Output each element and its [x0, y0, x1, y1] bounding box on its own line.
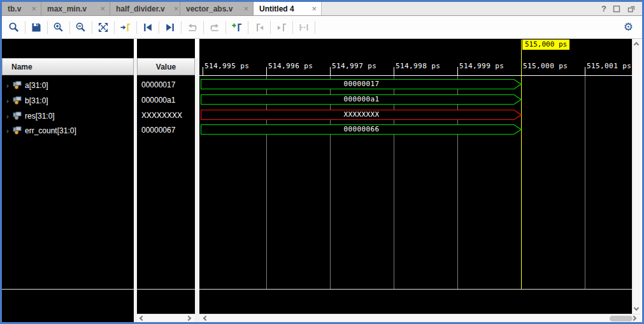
name-column-header[interactable]: Name: [2, 58, 134, 75]
gridline: [266, 76, 267, 289]
value-panel-hscrollbar[interactable]: [137, 314, 195, 322]
zoom-to-cursor-button[interactable]: [117, 19, 134, 36]
close-icon[interactable]: ×: [100, 4, 105, 13]
tab-untitled-4[interactable]: Untitled 4 ×: [254, 2, 322, 15]
toolbar-separator: [292, 21, 293, 34]
bus-signal-icon: [13, 126, 22, 135]
wave-horizontal-scrollbar[interactable]: [199, 314, 641, 322]
signal-name-label: err_count[31:0]: [25, 126, 76, 135]
axis-tick-label: 514,995 ps: [204, 62, 249, 70]
fit-selection-icon: [298, 22, 310, 33]
zoom-in-button[interactable]: [50, 19, 67, 36]
zoom-fit-icon: [97, 22, 109, 33]
axis-tick: [330, 67, 331, 75]
scroll-right-icon[interactable]: [186, 316, 191, 321]
zoom-in-icon: [53, 22, 64, 33]
zoom-fit-button[interactable]: [95, 19, 111, 36]
expand-chevron-icon[interactable]: ›: [6, 97, 13, 105]
close-icon[interactable]: ×: [311, 4, 317, 13]
value-column-header[interactable]: Value: [137, 58, 195, 75]
go-to-start-button[interactable]: [140, 19, 156, 36]
tab-half-divider-v[interactable]: half_divider.v ×: [110, 2, 180, 15]
toolbar-separator: [203, 21, 204, 34]
maximize-icon[interactable]: [612, 4, 621, 13]
signal-name-panel: Name › a[31:0] › b[31:0] › res[31:0] › e…: [2, 39, 134, 322]
axis-tick: [585, 67, 585, 75]
scrollbar-thumb[interactable]: [610, 316, 633, 321]
time-cursor-line[interactable]: [521, 40, 522, 289]
toolbar-separator: [159, 21, 159, 34]
tab-label: vector_abs.v: [186, 4, 233, 13]
wave-toolbar: ⚙: [2, 16, 642, 39]
search-icon: [8, 22, 20, 33]
save-wave-config-button[interactable]: [28, 19, 45, 36]
help-icon[interactable]: ?: [601, 4, 606, 13]
close-icon[interactable]: ×: [31, 4, 36, 13]
bus-value-label: 000000a1: [201, 95, 522, 103]
value-wave-splitter[interactable]: [195, 58, 199, 322]
toolbar-separator: [270, 21, 271, 34]
next-transition-icon: [209, 22, 220, 33]
axis-tick-label: 514,996 ps: [268, 62, 313, 70]
time-axis-ruler[interactable]: [199, 75, 632, 76]
settings-gear-icon[interactable]: ⚙: [624, 22, 633, 33]
previous-transition-button[interactable]: [184, 19, 201, 36]
bus-value-label: 00000017: [201, 80, 522, 88]
cursor-time-badge[interactable]: 515,000 ps: [522, 40, 569, 50]
bus-signal-icon: [13, 81, 22, 89]
next-transition-button[interactable]: [206, 19, 223, 36]
bus-signal-icon: [13, 96, 22, 105]
axis-tick: [266, 67, 267, 75]
expand-chevron-icon[interactable]: ›: [6, 127, 13, 135]
bus-value-label: 00000066: [201, 125, 522, 133]
tab-label: Untitled 4: [259, 4, 294, 13]
next-marker-button[interactable]: [273, 19, 290, 36]
scroll-down-icon[interactable]: [634, 306, 639, 311]
zoom-out-button[interactable]: [73, 19, 89, 36]
signal-row-res[interactable]: › res[31:0]: [2, 108, 134, 123]
value-header-label: Value: [138, 63, 194, 71]
add-marker-icon: [231, 22, 243, 33]
signal-name-label: a[31:0]: [25, 81, 48, 90]
signal-row-a[interactable]: › a[31:0]: [2, 78, 134, 92]
toolbar-separator: [114, 21, 115, 34]
axis-tick-label: 515,001 ps: [587, 62, 631, 70]
previous-marker-button[interactable]: [251, 19, 268, 36]
signal-value: 000000a1: [137, 93, 195, 108]
bus-value-label: XXXXXXXX: [201, 110, 522, 119]
scroll-up-icon[interactable]: [634, 42, 639, 47]
wave-vertical-scrollbar[interactable]: [632, 39, 641, 314]
toolbar-separator: [136, 21, 137, 34]
wave-viewer-window: tb.v × max_min.v × half_divider.v × vect…: [0, 0, 644, 324]
float-window-icon[interactable]: [627, 4, 636, 13]
fit-selection-button[interactable]: [296, 19, 312, 36]
close-icon[interactable]: ×: [174, 4, 179, 13]
axis-tick: [203, 67, 203, 75]
expand-chevron-icon[interactable]: ›: [6, 82, 13, 89]
toolbar-separator: [25, 21, 25, 34]
go-to-time-zero-icon: [142, 22, 154, 33]
tab-tb-v[interactable]: tb.v ×: [2, 2, 41, 15]
scroll-left-icon[interactable]: [140, 316, 145, 321]
tab-label: tb.v: [8, 4, 21, 13]
add-marker-button[interactable]: [229, 19, 245, 36]
waveform-canvas[interactable]: 514,995 ps 514,996 ps 514,997 ps 514,998…: [199, 39, 632, 322]
panel-bottom-rule: [199, 289, 632, 290]
tab-max-min-v[interactable]: max_min.v ×: [41, 2, 110, 15]
axis-tick-label: 514,997 ps: [332, 62, 376, 70]
toolbar-separator: [248, 21, 248, 34]
gridline: [457, 76, 458, 289]
find-button[interactable]: [6, 19, 22, 36]
go-to-end-button[interactable]: [162, 19, 178, 36]
scroll-left-icon[interactable]: [203, 316, 208, 321]
expand-chevron-icon[interactable]: ›: [6, 112, 13, 120]
tab-bar-spacer: [322, 2, 601, 15]
tab-vector-abs-v[interactable]: vector_abs.v ×: [180, 2, 254, 15]
signal-row-err-count[interactable]: › err_count[31:0]: [2, 123, 134, 138]
signal-row-b[interactable]: › b[31:0]: [2, 93, 134, 108]
save-icon: [31, 22, 42, 33]
close-icon[interactable]: ×: [243, 4, 248, 13]
signal-name-label: b[31:0]: [25, 96, 48, 105]
tab-label: half_divider.v: [116, 4, 165, 13]
toolbar-separator: [92, 21, 92, 34]
